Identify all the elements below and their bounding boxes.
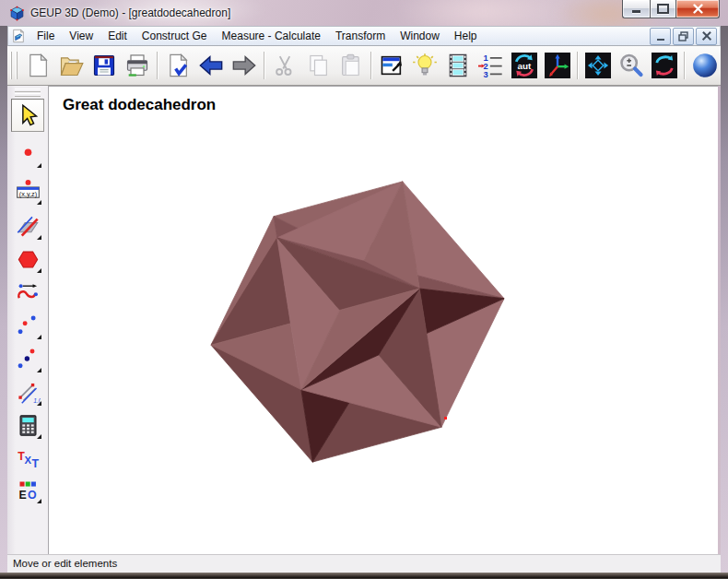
dropdown-corner-icon	[37, 200, 41, 205]
document-check-icon	[165, 53, 191, 78]
menu-construct[interactable]: Construct Ge	[135, 28, 215, 44]
object-properties-tool-button[interactable]: E O	[11, 473, 44, 506]
midpoint-tool-button[interactable]	[11, 342, 44, 375]
mdi-close-button[interactable]	[696, 28, 717, 45]
printer-icon	[124, 53, 150, 78]
steps-list-icon: 1 2 3	[478, 53, 504, 78]
document-cube-icon	[11, 29, 26, 43]
close-button[interactable]	[675, 0, 720, 18]
point-tool-button[interactable]	[11, 137, 44, 171]
select-tool-button[interactable]	[11, 99, 44, 132]
window-frame: GEUP 3D (Demo) - [greatdodecahedron] Fil…	[0, 0, 728, 579]
save-button[interactable]	[88, 49, 121, 82]
plane-tool-button[interactable]	[11, 209, 44, 242]
status-bar: Move or edit elements	[7, 554, 721, 573]
menu-transform[interactable]: Transform	[328, 28, 393, 44]
text-tool-button[interactable]: T X T	[11, 442, 44, 475]
point-marker[interactable]	[444, 417, 447, 419]
mdi-window-controls	[650, 28, 720, 45]
dropdown-corner-icon	[37, 368, 41, 372]
point-coordinates-tool-button[interactable]: (x,y,z)	[11, 174, 44, 207]
window-border	[0, 573, 728, 579]
redo-arrow-icon	[231, 53, 257, 78]
sidebar-grip[interactable]	[15, 93, 41, 97]
undo-button[interactable]	[194, 49, 228, 82]
title-bar[interactable]: GEUP 3D (Demo) - [greatdodecahedron]	[0, 0, 728, 26]
rotate-view-button[interactable]	[648, 49, 681, 82]
polygon-tool-button[interactable]	[11, 242, 44, 276]
curve-locus-icon	[16, 280, 41, 305]
status-text: Move or edit elements	[13, 558, 117, 569]
intersection-tool-button[interactable]	[11, 309, 44, 342]
svg-text:O: O	[27, 488, 36, 501]
svg-text:X: X	[24, 455, 31, 466]
mdi-minimize-button[interactable]	[650, 28, 671, 45]
zoom-button[interactable]	[615, 49, 648, 82]
animation-button[interactable]	[441, 49, 475, 82]
menu-measure-calculate[interactable]: Measure - Calculate	[215, 28, 328, 44]
great-dodecahedron-figure[interactable]	[49, 87, 718, 553]
auto-construction-button[interactable]: aut	[508, 49, 541, 82]
axes-button[interactable]	[541, 49, 574, 82]
toolbar: 1 2 3 aut	[7, 46, 721, 86]
zoom-magnifier-icon	[618, 53, 644, 78]
copy-button[interactable]	[301, 49, 335, 82]
curve-tool-button[interactable]	[11, 276, 44, 309]
menu-edit[interactable]: Edit	[100, 28, 135, 44]
toolbar-separator	[264, 52, 265, 79]
window-border	[0, 26, 7, 573]
toolbar-grip[interactable]	[16, 52, 18, 79]
dropdown-corner-icon	[37, 268, 41, 273]
measure-tool-button[interactable]: 1.0	[11, 375, 44, 408]
svg-text:E: E	[18, 488, 26, 501]
new-button[interactable]	[21, 49, 54, 82]
dropdown-corner-icon	[37, 235, 41, 240]
dropdown-corner-icon	[37, 163, 41, 168]
open-folder-icon	[58, 53, 84, 78]
dropdown-corner-icon	[37, 401, 41, 406]
text-icon: T X T	[16, 446, 41, 471]
select-arrow-icon	[16, 103, 41, 128]
hint-button[interactable]	[408, 49, 441, 82]
paste-clipboard-icon	[338, 53, 364, 78]
calculator-tool-button[interactable]	[11, 408, 44, 442]
menu-view[interactable]: View	[62, 28, 100, 44]
mdi-minimize-icon	[657, 39, 664, 41]
tool-sidebar: (x,y,z)	[7, 86, 49, 554]
app-cube-icon	[9, 6, 25, 21]
print-button[interactable]	[121, 49, 154, 82]
sphere-view-button[interactable]	[688, 49, 721, 82]
maximize-icon	[657, 4, 669, 14]
construction-steps-button[interactable]: 1 2 3	[475, 49, 508, 82]
toolbar-separator	[157, 52, 159, 79]
check-document-button[interactable]	[161, 49, 194, 82]
svg-text:T: T	[31, 456, 39, 469]
toolbar-separator	[370, 52, 372, 79]
toolbar-separator	[577, 52, 579, 79]
minimize-button[interactable]	[622, 0, 650, 18]
dropdown-corner-icon	[37, 335, 41, 339]
menu-window[interactable]: Window	[393, 28, 447, 44]
redo-button[interactable]	[228, 49, 261, 82]
rotate-arrows-icon	[652, 53, 677, 78]
undo-arrow-icon	[198, 53, 224, 78]
maximize-button[interactable]	[650, 0, 675, 18]
copy-icon	[305, 53, 331, 78]
menu-bar: File View Edit Construct Ge Measure - Ca…	[7, 26, 721, 46]
paste-button[interactable]	[335, 49, 368, 82]
sidebar-grip[interactable]	[15, 89, 41, 92]
menu-file[interactable]: File	[29, 28, 62, 44]
dropdown-corner-icon	[37, 434, 41, 439]
menu-help[interactable]: Help	[447, 28, 485, 44]
edit-window-icon	[379, 53, 405, 78]
window-title: GEUP 3D (Demo) - [greatdodecahedron]	[30, 6, 230, 19]
drawing-canvas[interactable]: Great dodecahedron	[49, 86, 718, 554]
open-button[interactable]	[54, 49, 88, 82]
svg-text:aut: aut	[518, 61, 533, 71]
edit-window-button[interactable]	[375, 49, 408, 82]
pan-view-button[interactable]	[581, 49, 615, 82]
cut-button[interactable]	[268, 49, 301, 82]
toolbar-grip[interactable]	[10, 52, 12, 79]
mdi-restore-button[interactable]	[673, 28, 694, 45]
mdi-close-icon	[702, 31, 711, 41]
